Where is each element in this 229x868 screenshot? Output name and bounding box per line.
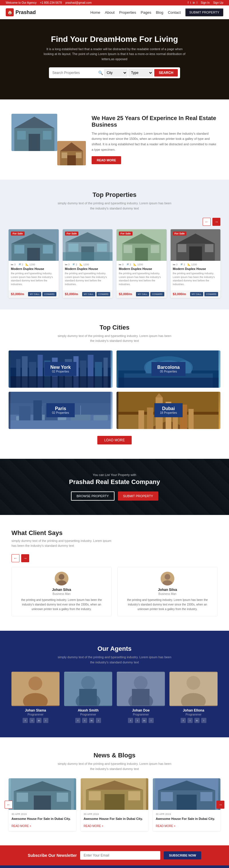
about-content: We Have 25 Years Of Experince In Real Es… [92, 115, 218, 164]
location-select[interactable]: City New York London [104, 69, 127, 76]
agent-title-2: Programmer [64, 713, 112, 716]
svg-point-100 [134, 676, 148, 690]
testimonial-name-1: Johan Silva [16, 588, 107, 592]
baths-icon-4: 🚿 2 [180, 263, 185, 266]
property-call-btn-2[interactable]: MY CALL [82, 292, 95, 296]
property-call-btn-4[interactable]: MY CALL [190, 292, 203, 296]
nav-about[interactable]: About [105, 10, 115, 14]
testimonials-cards: Johan Silva Business Man the printing an… [11, 567, 218, 616]
newsletter-subscribe-btn[interactable]: SUBSCRIBE NOW [164, 851, 201, 859]
news-read-more-3[interactable]: READ MORE + [156, 825, 175, 828]
svg-point-104 [187, 676, 200, 690]
agent-tw-1[interactable]: t [30, 718, 35, 723]
city-card-dubai[interactable]: Dubai 18 Properties [117, 392, 220, 429]
submit-property-cta-btn[interactable]: SUBMIT PROPERTY [118, 492, 158, 501]
svg-point-96 [81, 676, 95, 690]
cities-grid: New York 02 Properties [9, 350, 220, 429]
testimonials-desc: simply dummy text of the printing and ty… [11, 538, 112, 549]
linkedin-icon[interactable]: l [197, 1, 197, 4]
news-image-1 [9, 778, 76, 810]
nav-pages[interactable]: Pages [141, 10, 152, 14]
testimonials-prev-btn[interactable]: ← [11, 554, 20, 562]
nav-properties[interactable]: Properties [119, 10, 136, 14]
about-small-image [57, 141, 86, 165]
agent-title-1: Programmer [11, 713, 60, 716]
news-read-more-1[interactable]: READ MORE + [11, 825, 31, 828]
property-coward-btn-3[interactable]: COWARD [150, 292, 164, 296]
type-select[interactable]: Type House Apartment [129, 69, 153, 76]
testimonials-nav: ← → [11, 554, 218, 562]
search-input[interactable] [51, 70, 97, 76]
sign-in-link[interactable]: Sign In [201, 1, 209, 4]
agent-tw-2[interactable]: t [82, 718, 87, 723]
about-title: We Have 25 Years Of Experince In Real Es… [92, 115, 218, 128]
agent-in-2[interactable]: in [89, 718, 94, 723]
about-read-more-btn[interactable]: READ MORE [92, 156, 121, 164]
load-more-btn[interactable]: LOAD MORE [97, 436, 132, 444]
svg-rect-98 [79, 689, 97, 706]
agent-tw-3[interactable]: t [135, 718, 140, 723]
property-call-btn-3[interactable]: MY CALL [136, 292, 149, 296]
newsletter-email-input[interactable] [80, 851, 160, 860]
property-title-2: Modern Duplex House [65, 267, 110, 271]
agent-photo-1 [11, 672, 60, 706]
logo: 🏠 Prashad [6, 8, 36, 16]
svg-rect-110 [17, 793, 28, 802]
agent-li-3[interactable]: l [149, 718, 154, 723]
area-icon-4: 📐 1200 [188, 263, 197, 266]
news-read-more-2[interactable]: READ MORE + [84, 825, 103, 828]
news-next-btn[interactable]: → [217, 801, 224, 809]
agent-in-1[interactable]: in [36, 718, 41, 723]
property-coward-btn-4[interactable]: COWARD [204, 292, 218, 296]
property-price-3: $3,000/m [119, 292, 132, 296]
testimonial-text-2: the printing and typesetting industry. L… [122, 598, 213, 612]
property-coward-btn-1[interactable]: COWARD [42, 292, 56, 296]
agent-title-4: Programmer [169, 713, 218, 716]
svg-point-89 [56, 580, 67, 585]
city-overlay-new-york: New York 02 Properties [9, 350, 112, 388]
search-button[interactable]: SEARCH [154, 69, 178, 76]
property-price-2: $3,000/m [65, 292, 78, 296]
agent-in-4[interactable]: in [194, 718, 199, 723]
agent-li-2[interactable]: l [96, 718, 101, 723]
svg-rect-28 [135, 248, 148, 261]
properties-prev-btn[interactable]: ← [203, 218, 211, 226]
agent-name-2: Akash Smith [64, 708, 112, 712]
nav-blog[interactable]: Blog [156, 10, 163, 14]
cta-buttons: BROWSE PROPERTY SUBMIT PROPERTY [9, 492, 220, 501]
agents-title: Our Agents [11, 645, 218, 652]
properties-next-btn[interactable]: → [212, 218, 220, 226]
city-name-new-york: New York [51, 365, 71, 370]
news-post-title-2: Awesome House For Sale in Dubai City. [84, 817, 145, 821]
agent-fb-4[interactable]: f [181, 718, 186, 723]
testimonials-next-btn[interactable]: → [21, 554, 29, 562]
agent-tw-4[interactable]: t [188, 718, 193, 723]
agent-in-3[interactable]: in [142, 718, 147, 723]
city-card-paris[interactable]: Paris 02 Properties [9, 392, 112, 429]
agent-title-3: Programmer [117, 713, 165, 716]
instagram-icon[interactable]: in [193, 1, 195, 4]
facebook-icon[interactable]: f [188, 1, 189, 4]
twitter-icon[interactable]: t [190, 1, 191, 4]
submit-property-nav-btn[interactable]: SUBMIT PROPERTY [185, 8, 223, 16]
sign-up-link[interactable]: Sign Up [213, 1, 223, 4]
property-image-3: For Sale [117, 229, 167, 261]
agent-fb-2[interactable]: f [75, 718, 80, 723]
agent-li-1[interactable]: l [43, 718, 48, 723]
browse-property-btn[interactable]: BROWSE PROPERTY [71, 492, 115, 501]
agent-name-4: Johan Ellona [169, 708, 218, 712]
property-coward-btn-2[interactable]: COWARD [96, 292, 110, 296]
nav-contact[interactable]: Contact [168, 10, 181, 14]
agent-fb-3[interactable]: f [128, 718, 133, 723]
nav-home[interactable]: Home [91, 10, 100, 14]
news-prev-btn[interactable]: ← [5, 801, 12, 809]
agent-li-4[interactable]: l [201, 718, 206, 723]
property-call-btn-1[interactable]: MY CALL [28, 292, 41, 296]
search-icon: 🔍 [98, 70, 103, 75]
city-card-barcelona[interactable]: Barcolona 05 Properties [117, 350, 220, 388]
agent-fb-1[interactable]: f [23, 718, 28, 723]
top-cities-title: Top Cities [9, 324, 220, 331]
property-info-1: 🛏 3 🚿 2 📐 1200 Modern Duplex House the p… [9, 261, 59, 290]
city-name-dubai: Dubai [160, 406, 177, 411]
city-card-new-york[interactable]: New York 02 Properties [9, 350, 112, 388]
